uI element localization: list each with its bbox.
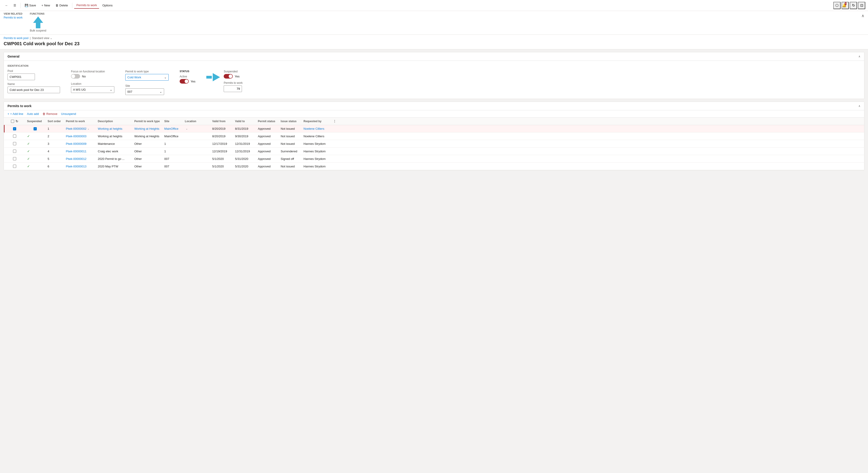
permit-chevron-icon[interactable]: ⌄ bbox=[87, 127, 89, 130]
extra-cell bbox=[331, 140, 864, 148]
table-row: ✓5Ptwk-000000122020 Permit to go ...Othe… bbox=[4, 155, 864, 162]
focus-toggle-wrap: No bbox=[71, 74, 114, 79]
back-button[interactable]: ← bbox=[3, 2, 10, 8]
row-checkbox[interactable] bbox=[13, 142, 16, 145]
site-cell: MainOffice bbox=[162, 132, 183, 140]
permit-link[interactable]: Ptwk-00000012 bbox=[66, 157, 87, 160]
add-line-label: + Add line bbox=[10, 112, 23, 116]
requested-by-cell: Noelene Cilliers bbox=[301, 132, 331, 140]
th-select: ↻ bbox=[4, 118, 25, 125]
suspended-check-icon: ✓ bbox=[27, 149, 30, 153]
site-cell: 007 bbox=[162, 162, 183, 170]
permit-type-chevron-icon: ⌄ bbox=[164, 76, 166, 79]
suspended-toggle[interactable] bbox=[224, 74, 233, 79]
hamburger-button[interactable]: ☰ bbox=[11, 2, 19, 8]
th-sort-order: Sort order bbox=[45, 118, 64, 125]
refresh-button[interactable]: ↻ bbox=[850, 2, 857, 9]
suspended-checkbox[interactable]: ✓ bbox=[34, 127, 37, 130]
row-checkbox[interactable] bbox=[13, 135, 16, 138]
site-value: 007 bbox=[127, 90, 132, 93]
breadcrumb-view[interactable]: Standard view ⌄ bbox=[32, 36, 52, 40]
requested-by-cell: Hannes Strydom bbox=[301, 162, 331, 170]
location-chevron-icon[interactable]: ⌄ bbox=[186, 127, 188, 130]
functions-bar-collapse-btn[interactable]: ∧ bbox=[861, 13, 864, 18]
site-link[interactable]: MainOffice bbox=[164, 127, 179, 130]
permit-type-cell: Other bbox=[132, 162, 162, 170]
permits-to-work-link[interactable]: Permits to work bbox=[4, 16, 23, 19]
select-all-checkbox[interactable] bbox=[11, 120, 14, 123]
location-select[interactable]: A WS UG ⌄ bbox=[71, 86, 114, 93]
sort-order-cell: 3 bbox=[45, 140, 64, 148]
th-permit-status: Permit status bbox=[256, 118, 278, 125]
issue-status-cell: Not issued bbox=[278, 125, 301, 132]
notification-badge: 0 bbox=[845, 2, 846, 5]
permit-to-work-cell: Ptwk-00000013 bbox=[64, 162, 96, 170]
permit-link[interactable]: Ptwk-00000011 bbox=[66, 150, 87, 153]
valid-to-cell: 12/31/2019 bbox=[233, 148, 256, 155]
delete-button[interactable]: 🗑 Delete bbox=[53, 2, 70, 8]
location-chevron-icon: ⌄ bbox=[110, 88, 112, 91]
pool-input[interactable] bbox=[7, 73, 35, 80]
valid-from-cell: 12/17/2019 bbox=[210, 140, 233, 148]
suspended-toggle-wrap: Yes bbox=[224, 74, 243, 79]
permit-to-work-cell: Ptwk-00000003 bbox=[64, 132, 96, 140]
permits-section-collapse-btn[interactable]: ∧ bbox=[859, 105, 861, 108]
bulk-suspend-item[interactable]: Bulk suspend bbox=[30, 16, 46, 32]
issue-status-cell: Surrendered bbox=[278, 148, 301, 155]
permit-status-cell: Approved bbox=[256, 148, 278, 155]
active-toggle[interactable] bbox=[180, 79, 189, 84]
permit-status-cell: Approved bbox=[256, 140, 278, 148]
table-row: ✓3Ptwk-00000009MaintenanceOther112/17/20… bbox=[4, 140, 864, 148]
description-link[interactable]: Working at heights bbox=[98, 127, 122, 130]
description-cell: Craig elec work bbox=[96, 148, 132, 155]
valid-to-cell: 5/31/2020 bbox=[233, 155, 256, 162]
name-input[interactable] bbox=[7, 87, 60, 93]
row-checkbox[interactable]: ✓ bbox=[13, 127, 16, 130]
permit-type-site-group: Permit to work type Cold Work ⌄ Site 007… bbox=[125, 64, 169, 95]
permits-to-work-tab[interactable]: Permits to work bbox=[74, 2, 99, 9]
permit-status-cell: Approved bbox=[256, 162, 278, 170]
extra-cell bbox=[331, 148, 864, 155]
auto-add-button[interactable]: Auto add bbox=[27, 112, 39, 116]
row-checkbox[interactable] bbox=[13, 150, 16, 153]
sort-order-cell: 6 bbox=[45, 162, 64, 170]
hex-icon-button[interactable]: ⬡ bbox=[833, 2, 841, 9]
minimize-button[interactable]: ⊡ bbox=[858, 2, 865, 9]
bell-button[interactable]: 🔔 0 bbox=[841, 2, 849, 9]
breadcrumb-pool-link[interactable]: Permits to work pool bbox=[4, 36, 29, 40]
status-group: STATUS Active Yes bbox=[180, 70, 195, 95]
refresh-col-icon[interactable]: ↻ bbox=[16, 119, 18, 123]
th-more[interactable]: ⋮ bbox=[331, 118, 864, 125]
location-group: Location A WS UG ⌄ bbox=[71, 82, 114, 93]
permits-section-title: Permits to work bbox=[7, 104, 31, 108]
permits-to-work-count-input[interactable] bbox=[224, 85, 242, 92]
remove-button[interactable]: 🗑 Remove bbox=[42, 112, 57, 116]
permit-link[interactable]: Ptwk-00000009 bbox=[66, 142, 87, 146]
permit-link[interactable]: Ptwk-00000003 bbox=[66, 135, 87, 138]
unsuspend-button[interactable]: Unsuspend bbox=[61, 112, 76, 116]
requested-by-link[interactable]: Noelene Cilliers bbox=[304, 127, 324, 130]
options-tab[interactable]: Options bbox=[100, 2, 115, 8]
permit-type-link[interactable]: Working at Heights bbox=[134, 127, 159, 130]
new-button[interactable]: + New bbox=[39, 2, 53, 8]
permit-type-select[interactable]: Cold Work ⌄ bbox=[125, 74, 169, 81]
suspended-cell: ✓ bbox=[25, 148, 45, 155]
general-section-collapse-btn[interactable]: ∧ bbox=[859, 55, 861, 58]
row-select-cell bbox=[4, 140, 25, 148]
pool-label: Pool bbox=[7, 69, 60, 72]
view-related-label: View related bbox=[4, 12, 23, 16]
suspended-content: Suspended Yes Permits to work bbox=[224, 70, 243, 92]
suspended-toggle-label: Yes bbox=[235, 75, 240, 78]
focus-toggle[interactable] bbox=[71, 74, 80, 79]
row-checkbox[interactable] bbox=[13, 165, 16, 168]
save-button[interactable]: 💾 Save bbox=[22, 2, 38, 8]
site-select[interactable]: 007 ⌄ bbox=[125, 88, 164, 95]
permit-link[interactable]: Ptwk-00000013 bbox=[66, 165, 87, 168]
add-line-button[interactable]: + + Add line bbox=[7, 112, 23, 116]
row-checkbox[interactable] bbox=[13, 157, 16, 160]
toolbar-right: ⬡ 🔔 0 ↻ ⊡ bbox=[833, 2, 865, 9]
name-label: Name bbox=[7, 83, 60, 86]
table-row: ✓4Ptwk-00000011Craig elec workOther112/1… bbox=[4, 148, 864, 155]
th-permit: Permit to work bbox=[64, 118, 96, 125]
permit-link[interactable]: Ptwk-00000002 bbox=[66, 127, 87, 130]
